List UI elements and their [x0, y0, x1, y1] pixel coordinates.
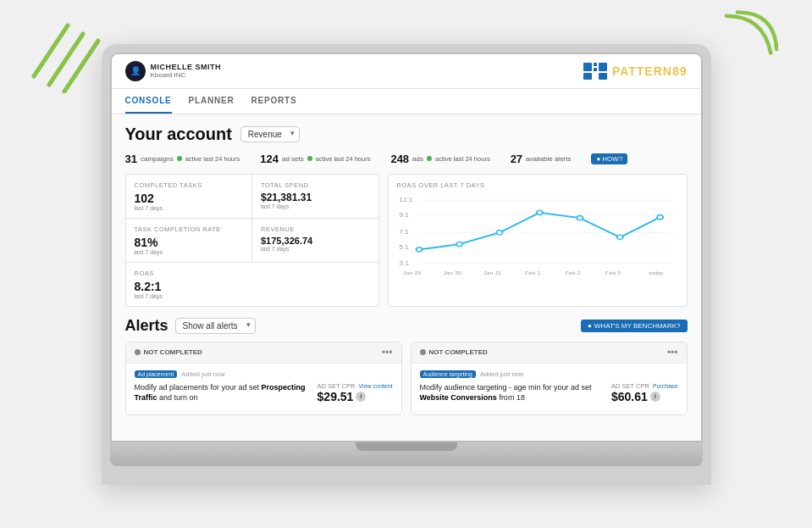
metric-roas: ROAS 8.2:1 last 7 days	[126, 263, 378, 306]
alert-card-1-body: Ad placement Added just now Modify ad pl…	[126, 364, 401, 414]
stat-adsets: 124 ad sets active last 24 hours	[260, 153, 370, 165]
nav-reports[interactable]: REPORTS	[251, 89, 297, 114]
alert-text-1: Modify ad placements for your ad set Pro…	[135, 382, 318, 403]
info-icon-2[interactable]: i	[650, 392, 660, 402]
metrics-grid: COMPLETED TASKS 102 last 7 days TOTAL SP…	[125, 174, 379, 307]
how-label: HOW?	[602, 155, 622, 163]
revenue-dropdown[interactable]: Revenue	[240, 126, 300, 142]
how-icon: ●	[596, 155, 600, 163]
metric-roas-sub: last 7 days	[135, 293, 370, 299]
laptop-screen: 👤 MICHELLE SMITH Kboard INC	[110, 53, 703, 442]
metric-roas-label: ROAS	[135, 270, 370, 277]
metric-completed-tasks: COMPLETED TASKS 102 last 7 days	[126, 175, 252, 218]
chart-svg: 11:1 9:1 7:1 5:1 3:1	[397, 194, 678, 279]
metric-revenue-sub: last 7 days	[261, 246, 370, 252]
svg-text:Jan 30: Jan 30	[443, 270, 461, 275]
alerts-title: Alerts	[125, 317, 168, 335]
adsets-dot	[307, 156, 312, 161]
avatar: 👤	[125, 61, 146, 81]
how-button[interactable]: ● HOW?	[591, 153, 627, 164]
svg-text:9:1: 9:1	[399, 212, 409, 219]
svg-line-1	[49, 34, 83, 85]
alert-left-2: Modify audience targeting - age min for …	[420, 382, 611, 408]
adsets-sub: active last 24 hours	[316, 155, 371, 163]
adsets-label: ad sets	[282, 155, 304, 163]
alert-cpr-value-1: $29.51 i	[318, 390, 393, 403]
metric-revenue-value: $175,326.74	[261, 236, 370, 246]
svg-text:Feb 3: Feb 3	[605, 270, 621, 275]
alerts-title-row: Alerts Show all alerts	[125, 317, 256, 335]
alert-right-2: AD SET CPR Purchase $60.61 i	[611, 382, 678, 403]
laptop-shell: 👤 MICHELLE SMITH Kboard INC	[102, 44, 711, 485]
alert-added-1: Added just now	[181, 370, 224, 378]
alert-cpr-value-2: $60.61 i	[611, 390, 678, 403]
metric-rate-sub: last 7 days	[135, 249, 244, 255]
stats-row: 31 campaigns active last 24 hours 124 ad…	[125, 153, 688, 165]
campaigns-number: 31	[125, 153, 137, 165]
user-company: Kboard INC	[151, 71, 222, 79]
campaigns-label: campaigns	[141, 155, 174, 163]
account-title: Your account	[125, 125, 232, 144]
account-title-row: Your account Revenue	[125, 125, 688, 144]
svg-line-0	[34, 25, 68, 76]
nav-planner[interactable]: PLANNER	[189, 89, 235, 114]
metric-revenue: REVENUE $175,326.74 last 7 days	[252, 219, 378, 262]
svg-text:3:1: 3:1	[399, 259, 409, 266]
metric-completed-value: 102	[135, 192, 244, 205]
logo-text: PATTERN89	[612, 64, 688, 78]
nav-console[interactable]: CONSOLE	[125, 89, 172, 114]
svg-text:Feb 1: Feb 1	[524, 270, 540, 275]
not-completed-dot-2	[420, 349, 426, 355]
ads-sub: active last 24 hours	[435, 155, 490, 163]
svg-point-22	[536, 210, 542, 214]
card-menu-2[interactable]: •••	[667, 347, 678, 358]
app-main: Your account Revenue 31 campaigns active…	[112, 114, 701, 441]
info-icon-1[interactable]: i	[356, 392, 366, 402]
app-header: 👤 MICHELLE SMITH Kboard INC	[112, 54, 701, 89]
alert-left-1: Modify ad placements for your ad set Pro…	[135, 382, 318, 408]
benchmark-label: WHAT'S MY BENCHMARK?	[594, 322, 681, 330]
alerts-dropdown[interactable]: Show all alerts	[175, 318, 256, 334]
roas-chart: ROAS OVER LAST 7 DAYS 11:1 9:1 7:1 5:1 3…	[388, 174, 688, 307]
header-user: 👤 MICHELLE SMITH Kboard INC	[125, 61, 222, 81]
alerts-number: 27	[511, 153, 522, 165]
app-nav: CONSOLE PLANNER REPORTS	[112, 89, 701, 114]
svg-text:5:1: 5:1	[399, 244, 409, 251]
metric-spend-label: TOTAL SPEND	[261, 181, 370, 189]
alerts-header: Alerts Show all alerts ● WHAT'S MY BENCH…	[125, 317, 688, 335]
campaigns-dot	[177, 156, 182, 161]
user-name: MICHELLE SMITH	[151, 63, 222, 71]
alert-card-2-content: Modify audience targeting - age min for …	[420, 382, 678, 408]
stat-campaigns: 31 campaigns active last 24 hours	[125, 153, 240, 165]
chart-title: ROAS OVER LAST 7 DAYS	[397, 181, 678, 189]
alert-card-1-header: NOT COMPLETED •••	[126, 342, 401, 364]
alert-card-1-content: Modify ad placements for your ad set Pro…	[135, 382, 393, 408]
metric-spend-value: $21,381.31	[261, 192, 370, 203]
alert-cpr-label-2: AD SET CPR Purchase	[611, 382, 678, 390]
metric-completion-rate: TASK COMPLETION RATE 81% last 7 days	[126, 219, 252, 262]
campaigns-sub: active last 24 hours	[185, 155, 240, 163]
metric-revenue-label: REVENUE	[261, 225, 370, 233]
svg-text:7:1: 7:1	[399, 229, 409, 236]
metric-spend-sub: last 7 days	[261, 203, 370, 209]
svg-rect-5	[599, 63, 607, 71]
metric-roas-value: 8.2:1	[135, 280, 370, 293]
laptop-notch	[356, 442, 457, 451]
alert-cpr-label-1: AD SET CPR View content	[318, 382, 393, 390]
alerts-label: available alerts	[526, 155, 571, 163]
metric-completed-label: COMPLETED TASKS	[135, 181, 244, 189]
benchmark-icon: ●	[588, 322, 592, 330]
alert-card-1: NOT COMPLETED ••• Ad placement Added jus…	[125, 342, 402, 415]
ads-label: ads	[412, 155, 423, 163]
alert-cards-row: NOT COMPLETED ••• Ad placement Added jus…	[125, 342, 688, 415]
benchmark-button[interactable]: ● WHAT'S MY BENCHMARK?	[581, 320, 688, 332]
svg-text:Feb 2: Feb 2	[565, 270, 581, 275]
stat-alerts: 27 available alerts	[511, 153, 572, 165]
svg-text:Jan 29: Jan 29	[403, 270, 422, 275]
deco-lines-right	[719, 8, 778, 68]
ads-dot	[427, 156, 432, 161]
stat-ads: 248 ads active last 24 hours	[390, 153, 489, 165]
ads-number: 248	[390, 153, 409, 165]
card-menu-1[interactable]: •••	[382, 347, 393, 358]
svg-rect-4	[594, 63, 597, 66]
